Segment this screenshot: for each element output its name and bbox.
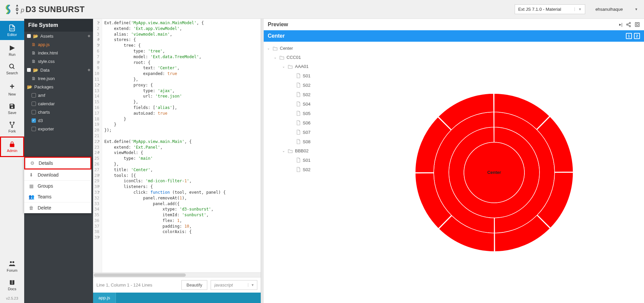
tree-node[interactable]: S02	[264, 165, 344, 174]
rail-item-editor[interactable]: Editor	[0, 21, 24, 40]
rail-item-admin[interactable]: Admin	[0, 137, 24, 157]
vertical-splitter[interactable]	[261, 19, 264, 303]
svg-line-11	[628, 25, 630, 26]
code-editor[interactable]: 1▾234▾5▾678▾9101112▾13141516171819202122…	[93, 19, 261, 272]
tree-node[interactable]: S04	[264, 99, 344, 109]
filter-1-icon[interactable]: 1	[626, 33, 632, 39]
svg-rect-13	[636, 24, 638, 25]
rail-item-forum[interactable]: Forum	[0, 257, 24, 276]
rail-item-run[interactable]: ▶ Run	[0, 40, 24, 60]
user-menu[interactable]: ehsanulhaque ▼	[595, 7, 641, 12]
svg-rect-12	[635, 23, 639, 27]
tree-node[interactable]: S07	[264, 127, 344, 137]
new-window-icon[interactable]	[635, 22, 640, 27]
filter-2-icon[interactable]: 2	[634, 33, 640, 39]
editor-status-bar: Line 1, Column 1 - 124 Lines Beautify ▼	[93, 277, 261, 293]
cursor-status: Line 1, Column 1 - 124 Lines	[96, 282, 178, 288]
fs-file-appjs[interactable]: 🗎 app.js	[24, 40, 93, 49]
rail-item-docs[interactable]: Docs	[0, 276, 24, 294]
fs-folder-data[interactable]: − 📂 Data +	[24, 66, 93, 74]
fs-pkg-calendar[interactable]: calendar	[24, 100, 93, 108]
file-icon: 🗎	[32, 59, 36, 64]
code-lines[interactable]: Ext.define('MyApp.view.main.MainModel', …	[102, 19, 261, 272]
collapse-icon[interactable]: −	[27, 68, 31, 72]
fs-pkg-exporter[interactable]: exporter	[24, 125, 93, 133]
fs-pkg-d3[interactable]: d3	[24, 116, 93, 125]
users-icon	[8, 260, 16, 267]
expand-right-icon[interactable]: ▸|	[619, 22, 622, 27]
tree-node[interactable]: ⌄CCC01	[264, 53, 344, 62]
collapse-icon[interactable]: −	[27, 34, 31, 38]
trash-icon: 🗑	[28, 205, 34, 211]
fiddle-prefix: p	[21, 7, 24, 14]
checkbox-icon[interactable]	[32, 93, 36, 98]
add-file-icon[interactable]: +	[88, 67, 90, 73]
id-spinner[interactable]: ▲ 0 ▼	[15, 4, 19, 15]
file-icon	[296, 101, 301, 107]
svg-line-1	[13, 68, 14, 69]
sencha-logo-icon	[3, 5, 13, 14]
folder-icon	[279, 55, 285, 60]
ctx-delete[interactable]: 🗑 Delete	[24, 202, 91, 213]
version-select-value: Ext JS 7.1.0 - Material	[518, 7, 561, 12]
file-icon: 🗎	[32, 42, 36, 47]
fs-pkg-charts[interactable]: charts	[24, 108, 93, 116]
fs-folder-assets[interactable]: − 📂 Assets +	[24, 32, 93, 40]
language-input[interactable]	[211, 280, 248, 290]
fs-file-indexhtml[interactable]: 🗎 index.html	[24, 49, 93, 57]
ctx-groups[interactable]: ▦ Groups	[24, 181, 91, 191]
fs-file-treejson[interactable]: 🗎 tree.json	[24, 74, 93, 83]
tree-node[interactable]: ⌄Center	[264, 44, 344, 53]
save-icon	[9, 103, 15, 110]
tree-node[interactable]: S08	[264, 137, 344, 146]
ctx-download[interactable]: ⬇ Download	[24, 169, 91, 180]
rail-item-new[interactable]: + New	[0, 78, 24, 100]
language-select[interactable]: ▼	[211, 280, 257, 290]
editor-tab-appjs[interactable]: app.js	[93, 293, 116, 303]
rail-item-fork[interactable]: Fork	[0, 118, 24, 137]
rail-item-search[interactable]: Search	[0, 60, 24, 78]
fork-icon	[9, 121, 15, 128]
beautify-button[interactable]: Beautify	[181, 280, 207, 290]
checkbox-checked-icon[interactable]	[32, 118, 36, 123]
ctx-details[interactable]: ⚙ Details	[24, 157, 91, 169]
chevron-down-icon[interactable]: ▼	[248, 283, 257, 287]
preview-tree[interactable]: ⌄Center⌄CCC01⌄AAA01S01S02S02S04S05S06S07…	[264, 42, 344, 303]
tree-node[interactable]: S02	[264, 80, 344, 90]
preview-column: Preview ▸| Center 1 2	[264, 19, 644, 303]
sunburst-center-label: Center	[487, 170, 501, 175]
checkbox-icon[interactable]	[32, 102, 36, 106]
sunburst-chart[interactable]: Center	[344, 42, 644, 303]
tree-node[interactable]: S01	[264, 71, 344, 80]
tree-node[interactable]: S01	[264, 155, 344, 165]
framework-version-select[interactable]: Ext JS 7.1.0 - Material ▼	[515, 4, 586, 14]
folder-icon	[288, 64, 293, 69]
checkbox-icon[interactable]	[32, 110, 36, 114]
share-icon[interactable]	[626, 22, 631, 27]
ctx-teams[interactable]: 👥 Teams	[24, 191, 91, 202]
fs-folder-packages[interactable]: 📂 Packages	[24, 83, 93, 91]
grid-icon: ▦	[28, 183, 34, 189]
tree-node[interactable]: ⌄AAA01	[264, 62, 344, 71]
fs-pkg-amf[interactable]: amf	[24, 91, 93, 100]
file-icon	[296, 120, 301, 125]
users-icon: 👥	[28, 194, 34, 199]
checkbox-icon[interactable]	[32, 127, 36, 131]
preview-title: Preview	[268, 22, 619, 28]
file-icon: 🗎	[32, 76, 36, 81]
tree-node[interactable]: S05	[264, 109, 344, 118]
svg-point-7	[629, 22, 631, 24]
chevron-down-icon[interactable]: ▼	[15, 12, 19, 15]
tree-node[interactable]: S06	[264, 118, 344, 127]
add-file-icon[interactable]: +	[88, 33, 90, 39]
file-icon	[296, 129, 301, 135]
fs-file-stylecss[interactable]: 🗎 style.css	[24, 57, 93, 66]
tree-node[interactable]: S02	[264, 90, 344, 99]
play-icon: ▶	[10, 43, 15, 51]
chevron-up-icon[interactable]: ▲	[15, 4, 19, 7]
fiddle-title[interactable]: D3 SUNBURST	[26, 5, 85, 14]
horizontal-scrollbar[interactable]	[93, 272, 261, 277]
rail-item-save[interactable]: Save	[0, 100, 24, 118]
username-label: ehsanulhaque	[595, 7, 623, 12]
tree-node[interactable]: ⌄BBB02	[264, 146, 344, 155]
